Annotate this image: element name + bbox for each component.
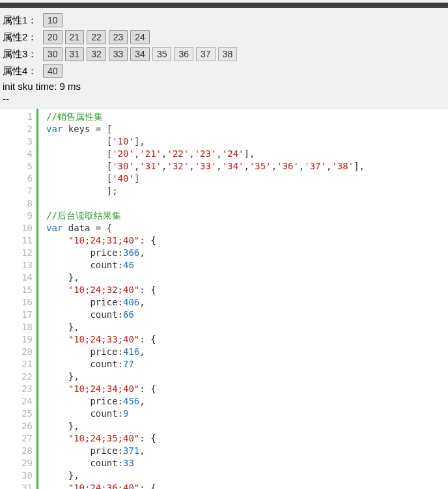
code-line: var data = { (46, 222, 448, 234)
init-time-status: init sku time: 9 ms (0, 79, 448, 93)
line-number: 9 (0, 210, 33, 222)
code-line: }, (46, 420, 448, 432)
line-number: 30 (0, 469, 33, 482)
sku-option-button[interactable]: 35 (152, 47, 172, 61)
line-number: 27 (0, 432, 33, 445)
line-number: 13 (0, 259, 33, 272)
top-dark-bar (0, 3, 448, 8)
code-line: "10;24;32;40": { (46, 284, 448, 296)
sku-option-button[interactable]: 30 (43, 47, 63, 61)
line-number: 28 (0, 445, 33, 457)
line-number: 21 (0, 358, 33, 370)
sku-option-button[interactable]: 20 (43, 30, 63, 44)
sku-selector-panel: 属性1：10属性2：2021222324属性3：3031323334353637… (0, 0, 448, 108)
line-number: 14 (0, 272, 33, 284)
attr-row-3: 属性3：303132333435363738 (0, 46, 448, 63)
sku-option-button[interactable]: 38 (218, 47, 238, 61)
line-number: 20 (0, 346, 33, 358)
line-number: 12 (0, 247, 33, 259)
attr-button-group: 40 (43, 64, 63, 78)
code-line: }, (46, 321, 448, 333)
sku-option-button[interactable]: 40 (43, 64, 63, 78)
code-content: //销售属性集var keys = [ ['10'], ['20','21','… (38, 109, 448, 489)
line-number: 31 (0, 482, 33, 489)
sku-option-button[interactable]: 33 (109, 47, 128, 61)
line-number: 16 (0, 296, 33, 309)
line-number: 18 (0, 321, 33, 333)
line-number: 5 (0, 160, 33, 173)
code-line: price:371, (46, 445, 448, 457)
code-line: ['40'] (46, 173, 448, 185)
code-line: ['10'], (46, 135, 448, 148)
code-line: }, (46, 272, 448, 284)
attr-row-1: 属性1：10 (0, 12, 448, 29)
code-viewer: 1234567891011121314151617181920212223242… (0, 108, 448, 489)
attr-button-group: 303132333435363738 (43, 47, 237, 61)
line-number: 6 (0, 173, 33, 185)
code-line: }, (46, 370, 448, 383)
code-line: "10;24;31;40": { (46, 234, 448, 247)
line-number: 25 (0, 408, 33, 420)
code-line: //后台读取结果集 (46, 210, 448, 222)
attr-label: 属性3： (3, 47, 40, 61)
line-number: 17 (0, 309, 33, 321)
code-line: ]; (46, 185, 448, 197)
code-line: price:366, (46, 247, 448, 259)
line-number-gutter: 1234567891011121314151617181920212223242… (0, 109, 36, 489)
line-number: 7 (0, 185, 33, 197)
line-number: 4 (0, 148, 33, 160)
attr-label: 属性4： (3, 64, 40, 78)
attr-button-group: 2021222324 (43, 30, 150, 44)
attr-row-2: 属性2：2021222324 (0, 29, 448, 46)
code-line: count:66 (46, 309, 448, 321)
line-number: 11 (0, 234, 33, 247)
code-line: "10;24;35;40": { (46, 432, 448, 445)
code-line: "10;24;34;40": { (46, 383, 448, 395)
attr-row-4: 属性4：40 (0, 63, 448, 79)
code-line: count:46 (46, 259, 448, 272)
code-line: //销售属性集 (46, 111, 448, 123)
sku-option-button[interactable]: 37 (196, 47, 216, 61)
line-number: 24 (0, 395, 33, 408)
sku-option-button[interactable]: 34 (130, 47, 150, 61)
line-number: 26 (0, 420, 33, 432)
code-line: }, (46, 469, 448, 482)
code-line: var keys = [ (46, 123, 448, 135)
code-line: ['20','21','22','23','24'], (46, 148, 448, 160)
code-line: price:456, (46, 395, 448, 408)
sku-option-button[interactable]: 23 (109, 30, 128, 44)
code-line: count:77 (46, 358, 448, 370)
attr-label: 属性1： (3, 13, 40, 27)
attr-label: 属性2： (3, 30, 40, 44)
attr-button-group: 10 (43, 13, 63, 27)
code-line: ['30','31','32','33','34','35','36','37'… (46, 160, 448, 173)
sku-option-button[interactable]: 22 (87, 30, 106, 44)
line-number: 2 (0, 123, 33, 135)
line-number: 15 (0, 284, 33, 296)
dashes: -- (0, 93, 448, 104)
line-number: 22 (0, 370, 33, 383)
code-line: price:416, (46, 346, 448, 358)
code-line: "10;24;36;40": { (46, 482, 448, 489)
code-line: count:33 (46, 457, 448, 469)
sku-option-button[interactable]: 32 (87, 47, 106, 61)
line-number: 8 (0, 197, 33, 210)
sku-option-button[interactable]: 10 (43, 13, 63, 27)
code-line: count:9 (46, 408, 448, 420)
line-number: 10 (0, 222, 33, 234)
sku-option-button[interactable]: 31 (65, 47, 85, 61)
sku-option-button[interactable]: 36 (174, 47, 193, 61)
line-number: 1 (0, 111, 33, 123)
sku-option-button[interactable]: 21 (65, 30, 85, 44)
code-line: price:406, (46, 296, 448, 309)
code-line (46, 197, 448, 210)
sku-option-button[interactable]: 24 (130, 30, 150, 44)
code-line: "10;24;33;40": { (46, 333, 448, 346)
line-number: 23 (0, 383, 33, 395)
line-number: 3 (0, 135, 33, 148)
line-number: 29 (0, 457, 33, 469)
line-number: 19 (0, 333, 33, 346)
